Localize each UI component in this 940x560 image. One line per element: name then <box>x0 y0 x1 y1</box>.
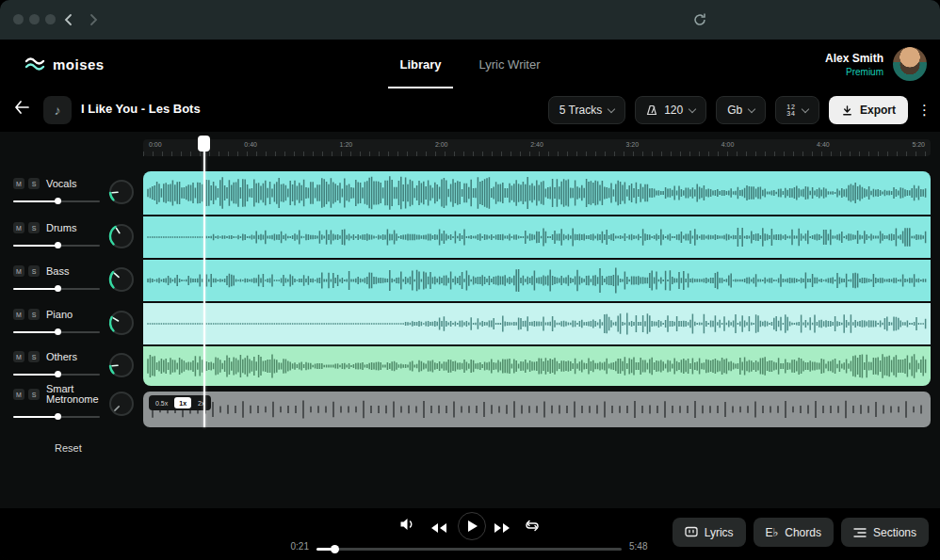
volume-slider[interactable] <box>13 371 100 378</box>
track-row-vocals: M S Vocals <box>13 178 136 205</box>
metronome-speed-group: 0.5x 1x 2x <box>149 395 211 410</box>
pan-knob[interactable] <box>107 222 136 250</box>
waveform-lane-vocals[interactable] <box>143 171 931 215</box>
app-header: moises Library Lyric Writer Alex Smith P… <box>0 40 940 88</box>
download-icon <box>841 104 853 117</box>
sections-button[interactable]: Sections <box>841 518 929 547</box>
solo-button[interactable]: S <box>28 309 40 320</box>
minimize-window-icon[interactable] <box>29 14 40 24</box>
track-row-bass: M S Bass <box>13 265 136 293</box>
time-signature-dropdown[interactable]: 1234 <box>775 96 819 124</box>
mute-button[interactable]: M <box>13 265 24 277</box>
pan-knob[interactable] <box>107 390 136 418</box>
waveform-lane-bass[interactable] <box>143 260 931 301</box>
lyrics-button[interactable]: Lyrics <box>673 518 746 547</box>
ruler-ticks <box>143 152 931 156</box>
export-button[interactable]: Export <box>829 96 908 124</box>
track-name: Others <box>46 351 77 362</box>
track-name: Smart Metronome <box>46 384 105 405</box>
zoom-window-icon[interactable] <box>45 14 56 24</box>
total-time: 5:48 <box>629 541 647 552</box>
pan-knob[interactable] <box>107 178 136 206</box>
main-tabs: Library Lyric Writer <box>0 40 940 88</box>
song-title: I Like You - Les Bots <box>81 102 201 116</box>
solo-button[interactable]: S <box>28 265 40 277</box>
tab-lyric-writer[interactable]: Lyric Writer <box>479 40 541 88</box>
track-name: Piano <box>46 309 73 320</box>
speed-1x-button[interactable]: 1x <box>174 397 191 408</box>
playhead-line <box>203 149 205 427</box>
back-button[interactable] <box>13 100 30 119</box>
pan-knob[interactable] <box>107 351 136 379</box>
chords-button[interactable]: E♭ Chords <box>754 518 834 547</box>
chevron-down-icon <box>608 104 615 112</box>
user-name: Alex Smith <box>825 52 883 65</box>
app-window: moises Library Lyric Writer Alex Smith P… <box>0 0 940 560</box>
waveform-lane-others[interactable] <box>143 346 931 386</box>
playhead-handle[interactable] <box>198 136 210 152</box>
timeline-area: 0:000:40 1:202:00 2:403:20 4:004:40 5:20… <box>143 137 931 431</box>
bpm-dropdown[interactable]: 120 <box>635 96 706 124</box>
fast-forward-icon[interactable] <box>494 520 511 537</box>
rewind-icon[interactable] <box>429 520 447 537</box>
metronome-icon <box>646 104 657 116</box>
play-button[interactable] <box>458 512 486 540</box>
current-time: 0:21 <box>279 541 309 552</box>
solo-button[interactable]: S <box>28 178 40 189</box>
volume-slider[interactable] <box>13 198 100 205</box>
tracks-dropdown[interactable]: 5 Tracks <box>548 96 625 124</box>
track-row-metronome: M S Smart Metronome <box>13 384 136 421</box>
loop-icon[interactable] <box>524 519 541 536</box>
track-name: Drums <box>46 222 76 233</box>
user-account[interactable]: Alex Smith Premium <box>825 40 927 88</box>
track-row-piano: M S Piano <box>13 309 136 336</box>
chords-icon: E♭ <box>766 526 779 539</box>
solo-button[interactable]: S <box>28 389 40 400</box>
mute-button[interactable]: M <box>13 178 24 189</box>
window-titlebar <box>0 0 940 40</box>
reset-button[interactable]: Reset <box>55 442 82 454</box>
volume-icon[interactable] <box>399 518 415 535</box>
footer-buttons: Lyrics E♭ Chords Sections <box>673 518 929 547</box>
song-note-icon: ♪ <box>43 96 72 124</box>
chevron-down-icon <box>689 104 696 112</box>
speed-2x-button[interactable]: 2x <box>193 397 209 408</box>
mute-button[interactable]: M <box>13 222 24 233</box>
solo-button[interactable]: S <box>28 351 40 362</box>
volume-slider[interactable] <box>13 285 100 293</box>
close-window-icon[interactable] <box>13 14 24 24</box>
pan-knob[interactable] <box>107 265 136 294</box>
track-controls-sidebar: M S Vocals M S Drums M S <box>0 132 143 508</box>
ruler-labels: 0:000:40 1:202:00 2:403:20 4:004:40 5:20 <box>143 139 931 148</box>
pan-knob[interactable] <box>107 309 136 337</box>
volume-slider[interactable] <box>13 328 100 336</box>
waveform-lane-metronome[interactable]: 0.5x 1x 2x <box>143 392 931 427</box>
transport-bar: 0:21 5:48 Lyrics E♭ Chords Sections <box>0 508 940 560</box>
track-name: Vocals <box>46 178 76 189</box>
mute-button[interactable]: M <box>13 309 24 320</box>
speed-0-5x-button[interactable]: 0.5x <box>151 397 172 408</box>
mute-button[interactable]: M <box>13 351 24 362</box>
track-row-drums: M S Drums <box>13 222 136 249</box>
window-controls[interactable] <box>13 14 56 24</box>
reload-icon[interactable] <box>692 12 707 31</box>
key-dropdown[interactable]: Gb <box>716 96 766 124</box>
seek-slider[interactable] <box>316 545 622 552</box>
avatar[interactable] <box>893 47 927 81</box>
tab-library[interactable]: Library <box>399 40 441 88</box>
track-row-others: M S Others <box>13 351 136 378</box>
seek-handle[interactable] <box>331 545 339 553</box>
chevron-down-icon <box>748 104 755 112</box>
solo-button[interactable]: S <box>28 222 40 233</box>
time-ruler[interactable]: 0:000:40 1:202:00 2:403:20 4:004:40 5:20 <box>143 139 931 156</box>
browser-forward-icon[interactable] <box>87 12 100 27</box>
volume-slider[interactable] <box>13 242 100 249</box>
volume-slider[interactable] <box>13 413 100 421</box>
browser-back-icon[interactable] <box>62 12 75 27</box>
waveform-lane-piano[interactable] <box>143 303 931 344</box>
time-signature-icon: 1234 <box>786 104 796 117</box>
mute-button[interactable]: M <box>13 389 24 400</box>
waveform-lane-drums[interactable] <box>143 216 931 258</box>
more-options-icon[interactable]: ⋮ <box>917 102 929 119</box>
editor-main: M S Vocals M S Drums M S <box>0 132 940 508</box>
